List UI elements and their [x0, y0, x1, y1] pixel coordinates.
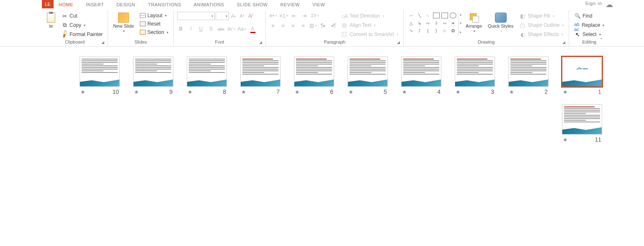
cut-button[interactable]: ✂Cut	[59, 12, 104, 20]
clear-format-button[interactable]: A⁄	[247, 12, 254, 20]
numbering-button[interactable]: ≡1	[279, 12, 288, 19]
increase-indent-button[interactable]: ⇥	[301, 12, 308, 19]
italic-button[interactable]: I	[187, 25, 195, 33]
transition-star-icon: ★	[188, 89, 193, 95]
slide-thumb-8[interactable]: ★8	[187, 57, 227, 95]
slides-label: Slides	[111, 39, 170, 45]
slide-thumb-2[interactable]: ★2	[508, 57, 549, 95]
shape-effects-button[interactable]: ◐Shape Effects	[518, 30, 565, 39]
align-center-button[interactable]: ≡	[279, 22, 287, 29]
slide-number: 8	[223, 88, 226, 95]
font-label: Font	[215, 39, 224, 44]
shape-effects-icon: ◐	[519, 31, 526, 38]
group-font: A▴ A▾ A⁄ B I U S abc AV Aa A Font◢	[174, 10, 266, 46]
layout-button[interactable]: Layout	[138, 12, 170, 19]
grow-font-button[interactable]: A▴	[230, 12, 237, 20]
shapes-gallery[interactable]: ─╲⟍ △↳⇨⇩⇦✦ ∿⤴{}☆✪	[407, 12, 458, 35]
group-slides: New Slide Layout Reset Section Slides	[108, 10, 174, 46]
shape-outline-button[interactable]: ▢Shape Outline	[518, 21, 565, 29]
clipboard-launcher[interactable]: ◢	[101, 40, 104, 44]
change-case-button[interactable]: Aa	[238, 25, 247, 33]
shape-outline-icon: ▢	[519, 22, 526, 28]
strike-button[interactable]: abc	[217, 25, 225, 33]
drawing-launcher[interactable]: ◢	[562, 40, 565, 44]
slide-number: 5	[384, 88, 387, 95]
replace-button[interactable]: abacReplace	[572, 21, 606, 29]
ltr-button[interactable]: ¶▸	[319, 22, 327, 29]
shape-fill-button[interactable]: ◧Shape Fill	[518, 12, 565, 20]
find-button[interactable]: Find	[572, 12, 606, 20]
transition-star-icon: ★	[295, 89, 300, 95]
align-left-button[interactable]: ≡	[269, 22, 277, 29]
tab-insert[interactable]: INSERT	[86, 2, 104, 7]
cloud-icon[interactable]: ☁	[605, 0, 613, 9]
group-clipboard: te ✂Cut ⧉Copy 🖌Format Painter Clipboard◢	[42, 10, 108, 46]
align-text-button[interactable]: ⊟Align Text	[340, 21, 400, 29]
paragraph-launcher[interactable]: ◢	[397, 40, 400, 44]
slide-number: 11	[595, 136, 601, 143]
slide-thumb-7[interactable]: ★7	[240, 57, 281, 95]
underline-button[interactable]: U	[197, 25, 205, 33]
replace-icon: abac	[574, 22, 580, 28]
slide-number: 6	[330, 88, 333, 95]
text-direction-icon: ↕A	[341, 13, 348, 19]
text-direction-button[interactable]: ↕AText Direction	[340, 12, 400, 20]
bold-button[interactable]: B	[177, 25, 185, 33]
tab-design[interactable]: DESIGN	[116, 2, 135, 7]
font-color-button[interactable]: A	[249, 25, 256, 33]
align-text-icon: ⊟	[341, 22, 348, 28]
slide-thumb-4[interactable]: ★4	[401, 57, 441, 95]
arrange-button[interactable]: Arrange	[464, 12, 484, 34]
tab-review[interactable]: REVIEW	[281, 2, 300, 7]
reset-icon	[140, 21, 146, 26]
new-slide-icon	[118, 13, 129, 23]
shrink-font-button[interactable]: A▾	[238, 12, 246, 20]
slide-thumb-5[interactable]: ★5	[348, 57, 388, 95]
clipboard-label: Clipboard	[65, 39, 85, 44]
bullets-button[interactable]: ≡•	[269, 12, 277, 19]
decrease-indent-button[interactable]: ⇤	[291, 12, 298, 19]
slide-thumb-10[interactable]: ★10	[80, 57, 120, 95]
slide-thumb-6[interactable]: ★6	[294, 57, 334, 95]
slide-number: 3	[491, 88, 494, 95]
transition-star-icon: ★	[456, 89, 461, 95]
tab-slideshow[interactable]: SLIDE SHOW	[237, 2, 268, 7]
rtl-button[interactable]: ◂¶	[330, 22, 337, 29]
slide-thumb-11[interactable]: ★11	[562, 104, 602, 143]
format-painter-button[interactable]: 🖌Format Painter	[59, 30, 104, 39]
tab-animations[interactable]: ANIMATIONS	[194, 2, 224, 7]
font-family-select[interactable]	[177, 12, 215, 20]
collapse-ribbon-button[interactable]: ˆ	[600, 37, 602, 44]
reset-button[interactable]: Reset	[138, 20, 170, 28]
section-button[interactable]: Section	[138, 28, 170, 36]
paste-button[interactable]: te	[45, 12, 57, 29]
justify-button[interactable]: ≡	[299, 22, 307, 29]
shadow-button[interactable]: S	[207, 25, 215, 33]
group-drawing: ─╲⟍ △↳⇨⇩⇦✦ ∿⤴{}☆✪ ▴▾▸ Arrange Quick Styl…	[404, 10, 569, 46]
copy-button[interactable]: ⧉Copy	[59, 21, 104, 29]
slide-thumb-3[interactable]: ★3	[455, 57, 495, 95]
quick-styles-button[interactable]: Quick Styles	[486, 12, 515, 34]
slide-number: 10	[112, 88, 119, 95]
convert-smartart-button[interactable]: ⿶Convert to SmartArt	[340, 30, 400, 39]
ribbon: te ✂Cut ⧉Copy 🖌Format Painter Clipboard◢…	[0, 9, 644, 47]
slide-sorter[interactable]: بسمه تعالی★1★2★3★4★5★6★7★8★9★10 ★11	[0, 47, 644, 246]
shapes-gallery-scroll[interactable]: ▴▾▸	[458, 12, 461, 35]
slide-number: 7	[276, 88, 280, 95]
columns-button[interactable]: ▥	[309, 22, 317, 29]
tab-home[interactable]: HOME	[59, 2, 73, 7]
line-spacing-button[interactable]: ‡≡	[311, 12, 319, 19]
tab-transitions[interactable]: TRANSITIONS	[148, 2, 181, 7]
slide-thumb-1[interactable]: بسمه تعالی★1	[562, 57, 602, 95]
slide-thumb-9[interactable]: ★9	[133, 57, 173, 95]
tab-view[interactable]: VIEW	[312, 2, 325, 7]
tab-file[interactable]: LE	[42, 0, 54, 8]
font-size-select[interactable]	[216, 12, 229, 20]
sign-in-link[interactable]: Sign in	[585, 1, 602, 6]
paste-icon	[47, 13, 55, 23]
shape-fill-icon: ◧	[519, 13, 526, 19]
char-spacing-button[interactable]: AV	[227, 25, 235, 33]
new-slide-button[interactable]: New Slide	[111, 12, 136, 34]
align-right-button[interactable]: ≡	[289, 22, 297, 29]
font-launcher[interactable]: ◢	[259, 40, 262, 44]
